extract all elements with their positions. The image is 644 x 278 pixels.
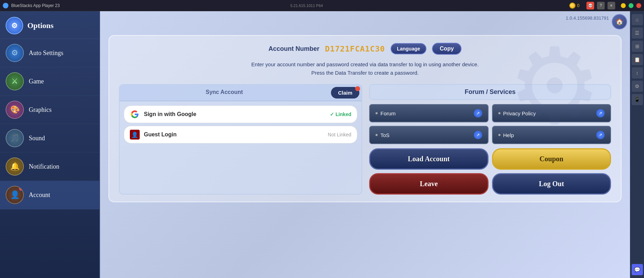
desc-line1: Enter your account number and password c… <box>251 61 479 67</box>
forum-label: Forum <box>380 110 471 116</box>
help-dot <box>498 134 500 136</box>
title-bar: BlueStacks App Player 23 5.21.615.1011 P… <box>0 0 644 11</box>
leave-button[interactable]: Leave <box>369 173 489 195</box>
sidebar-item-graphics[interactable]: 🎨 Graphics <box>0 96 99 124</box>
language-button[interactable]: Language <box>391 43 426 54</box>
minimize-button[interactable] <box>621 3 626 8</box>
two-columns: Sync Account Claim <box>119 84 611 195</box>
tos-button[interactable]: ToS ↗ <box>369 126 489 144</box>
account-label: Account <box>29 191 50 199</box>
google-login-item[interactable]: Sign in with Google ✓ Linked <box>124 106 357 123</box>
sidebar-item-game[interactable]: ⚔ Game <box>0 67 99 96</box>
main-content: ⚙ 1.0.4.155698.831791 🏠 Account Number D… <box>100 11 630 278</box>
sidebar-logo: ⚙ <box>6 17 23 34</box>
account-number-value: D1721FCA1C30 <box>325 45 385 53</box>
close-button[interactable] <box>636 3 641 8</box>
sidebar-header: ⚙ Options <box>0 11 99 39</box>
rs-icon-5[interactable]: ↕ <box>632 67 643 79</box>
rs-icon-6[interactable]: ⚙ <box>632 81 643 92</box>
coins-count: 0 <box>577 3 579 8</box>
guest-status: Not Linked <box>328 132 351 137</box>
help-icon[interactable]: ? <box>597 2 605 9</box>
privacy-dot <box>498 112 500 114</box>
claim-badge <box>355 86 360 91</box>
sidebar-title: Options <box>27 21 54 30</box>
guest-login-label: Guest Login <box>144 131 324 138</box>
forum-button[interactable]: Forum ↗ <box>369 104 489 122</box>
account-panel: Account Number D1721FCA1C30 Language Cop… <box>108 35 622 202</box>
home-button[interactable]: 🏠 <box>612 14 627 29</box>
forum-dot <box>376 112 378 114</box>
checkmark-icon: ✓ <box>330 111 334 117</box>
guest-login-item[interactable]: 👤 Guest Login Not Linked <box>124 126 357 143</box>
rs-icon-4[interactable]: 📋 <box>632 54 643 65</box>
account-number-label: Account Number <box>268 45 319 53</box>
claim-tab[interactable]: Claim <box>331 87 359 99</box>
sidebar-nav: ⚙ Auto Settings ⚔ Game 🎨 Graphics 🎵 Soun… <box>0 39 99 278</box>
privacy-policy-button[interactable]: Privacy Policy ↗ <box>492 104 611 122</box>
app-title: BlueStacks App Player 23 <box>11 3 287 8</box>
copy-button[interactable]: Copy <box>432 43 462 55</box>
sidebar: ⚙ Options ⚙ Auto Settings ⚔ Game 🎨 Graph… <box>0 11 100 278</box>
rs-icon-1[interactable]: ⌂ <box>632 14 643 25</box>
tos-dot <box>376 134 378 136</box>
coins-display: 0 <box>569 2 579 9</box>
version-text: 1.0.4.155698.831791 <box>566 15 609 21</box>
notification-icon: 🔔 <box>6 157 24 176</box>
tos-arrow-icon: ↗ <box>474 131 482 139</box>
login-items: Sign in with Google ✓ Linked 👤 Guest Log… <box>120 101 361 148</box>
rs-icon-7[interactable]: 📱 <box>632 94 643 105</box>
right-sidebar: ⌂ ☰ ⊞ 📋 ↕ ⚙ 📱 💬 <box>630 11 644 278</box>
sound-label: Sound <box>29 135 45 142</box>
forum-header: Forum / Services <box>369 84 611 100</box>
help-button[interactable]: Help ↗ <box>492 126 611 144</box>
account-badge <box>18 186 24 191</box>
forum-buttons: Forum ↗ Privacy Policy ↗ ToS ↗ <box>369 104 611 144</box>
google-login-label: Sign in with Google <box>144 111 326 117</box>
graphics-label: Graphics <box>29 106 52 114</box>
app-icon <box>3 3 8 8</box>
rs-icon-3[interactable]: ⊞ <box>632 41 643 52</box>
sound-icon: 🎵 <box>6 129 24 147</box>
sidebar-item-account[interactable]: 👤 Account <box>0 181 99 209</box>
titlebar-icons: 💀 ? ≡ <box>586 2 615 9</box>
google-icon <box>130 109 140 119</box>
sidebar-item-notification[interactable]: 🔔 Notification <box>0 152 99 181</box>
notification-label: Notification <box>29 163 59 170</box>
menu-icon[interactable]: ≡ <box>608 2 615 9</box>
claim-tab-label: Claim <box>338 90 352 96</box>
action-buttons: Load Account Coupon Leave Log Out <box>369 148 611 195</box>
left-column: Sync Account Claim <box>119 84 362 195</box>
app-layout: ⚙ Options ⚙ Auto Settings ⚔ Game 🎨 Graph… <box>0 11 644 278</box>
graphics-icon: 🎨 <box>6 101 24 119</box>
description: Enter your account number and password c… <box>119 60 611 77</box>
forum-arrow-icon: ↗ <box>474 109 482 117</box>
game-label: Game <box>29 78 44 85</box>
guest-icon: 👤 <box>130 130 140 140</box>
sidebar-item-sound[interactable]: 🎵 Sound <box>0 124 99 152</box>
right-column: Forum / Services Forum ↗ Privacy Policy … <box>369 84 611 195</box>
auto-settings-label: Auto Settings <box>29 49 64 57</box>
logout-button[interactable]: Log Out <box>492 173 611 195</box>
app-version: 5.21.615.1011 P64 <box>290 4 566 8</box>
game-icon: ⚔ <box>6 72 24 90</box>
tos-label: ToS <box>380 132 471 138</box>
skull-icon: 💀 <box>586 2 594 9</box>
sync-account-tab[interactable]: Sync Account <box>120 85 329 101</box>
load-account-button[interactable]: Load Account <box>369 148 489 170</box>
sync-tabs: Sync Account Claim <box>120 85 361 101</box>
auto-settings-icon: ⚙ <box>6 44 24 62</box>
privacy-label: Privacy Policy <box>503 110 594 116</box>
account-number-row: Account Number D1721FCA1C30 Language Cop… <box>119 43 611 55</box>
coin-icon <box>569 2 576 9</box>
sidebar-item-auto-settings[interactable]: ⚙ Auto Settings <box>0 39 99 67</box>
discord-icon[interactable]: 💬 <box>632 264 643 275</box>
google-status: ✓ Linked <box>330 111 351 117</box>
help-arrow-icon: ↗ <box>596 131 605 139</box>
maximize-button[interactable] <box>629 3 633 8</box>
coupon-button[interactable]: Coupon <box>492 148 611 170</box>
account-icon: 👤 <box>6 186 24 204</box>
help-label: Help <box>503 132 594 138</box>
desc-line2: Press the Data Transfer to create a pass… <box>311 70 419 76</box>
rs-icon-2[interactable]: ☰ <box>632 27 643 39</box>
